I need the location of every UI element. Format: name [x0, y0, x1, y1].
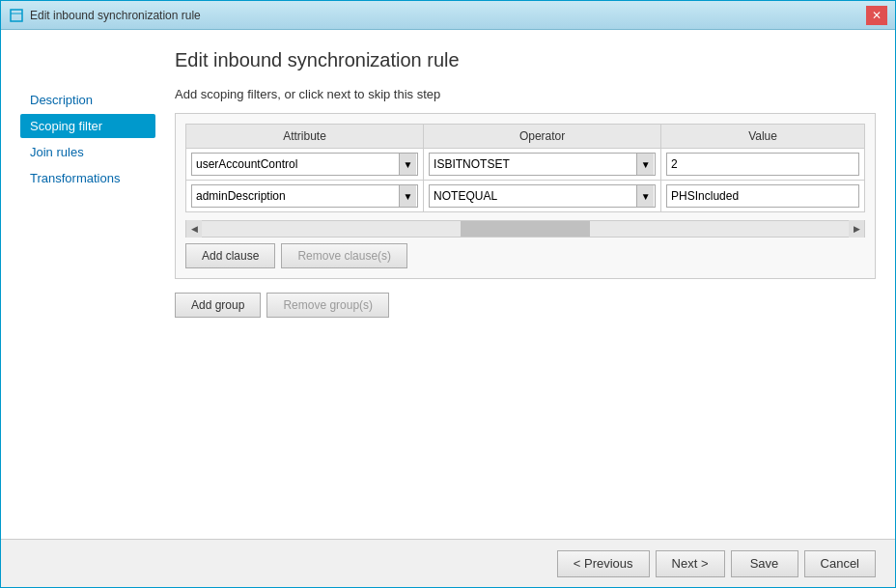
title-bar: Edit inbound synchronization rule ✕ [1, 1, 895, 30]
add-group-row: Add group Remove group(s) [175, 293, 876, 318]
col-header-operator: Operator [424, 125, 661, 149]
previous-button[interactable]: < Previous [557, 550, 650, 577]
scroll-track [202, 221, 849, 237]
scroll-right-button[interactable]: ▶ [849, 220, 864, 238]
row2-value-input[interactable] [666, 184, 859, 208]
row1-operator-cell: ISBITNOTSET ▼ [424, 149, 661, 181]
table-row: userAccountControl ▼ ISBITNOTSET [186, 149, 865, 181]
section-title: Add scoping filters, or click next to sk… [175, 87, 876, 101]
svg-rect-0 [11, 10, 22, 21]
filter-group: Attribute Operator Value userAccountCont [175, 113, 876, 279]
row1-attribute-cell: userAccountControl ▼ [186, 149, 424, 181]
sidebar: Description Scoping filter Join rules Tr… [20, 88, 155, 519]
add-group-button[interactable]: Add group [175, 293, 261, 318]
window-icon [9, 8, 24, 23]
clause-buttons: Add clause Remove clause(s) [185, 243, 865, 268]
add-clause-button[interactable]: Add clause [185, 243, 275, 268]
row1-attribute-select[interactable]: userAccountControl [191, 153, 418, 176]
title-bar-left: Edit inbound synchronization rule [9, 8, 201, 23]
main-window: Edit inbound synchronization rule ✕ Desc… [0, 0, 896, 588]
row2-attribute-select[interactable]: adminDescription [191, 184, 418, 208]
row2-operator-select[interactable]: NOTEQUAL [429, 184, 656, 208]
scroll-left-button[interactable]: ◀ [186, 220, 202, 238]
next-button[interactable]: Next > [656, 550, 725, 577]
sidebar-item-scoping-filter[interactable]: Scoping filter [20, 114, 155, 138]
sidebar-item-join-rules[interactable]: Join rules [20, 140, 155, 164]
remove-groups-button[interactable]: Remove group(s) [266, 293, 389, 318]
sidebar-item-description[interactable]: Description [20, 88, 155, 112]
row2-attribute-cell: adminDescription ▼ [186, 181, 424, 212]
row1-value-cell [661, 149, 865, 181]
row1-operator-select[interactable]: ISBITNOTSET [429, 153, 656, 176]
close-button[interactable]: ✕ [866, 6, 887, 25]
table-row: adminDescription ▼ NOTEQUAL [186, 181, 865, 212]
main-content: Edit inbound synchronization rule Add sc… [175, 49, 876, 519]
col-header-attribute: Attribute [186, 125, 424, 149]
cancel-button[interactable]: Cancel [804, 550, 876, 577]
scroll-thumb [461, 221, 590, 237]
content-area: Description Scoping filter Join rules Tr… [1, 30, 895, 539]
filter-table: Attribute Operator Value userAccountCont [185, 124, 865, 212]
page-title: Edit inbound synchronization rule [175, 49, 876, 71]
title-controls: ✕ [866, 6, 887, 25]
window-title: Edit inbound synchronization rule [30, 9, 201, 22]
row1-attribute-wrapper: userAccountControl ▼ [191, 153, 418, 176]
row2-operator-wrapper: NOTEQUAL ▼ [429, 184, 656, 208]
save-button[interactable]: Save [731, 550, 798, 577]
row2-attribute-wrapper: adminDescription ▼ [191, 184, 418, 208]
col-header-value: Value [661, 125, 865, 149]
row1-operator-wrapper: ISBITNOTSET ▼ [429, 153, 656, 176]
row1-value-input[interactable] [666, 153, 859, 176]
row2-value-cell [661, 181, 865, 212]
footer: < Previous Next > Save Cancel [1, 539, 895, 587]
sidebar-item-transformations[interactable]: Transformations [20, 166, 155, 190]
remove-clauses-button[interactable]: Remove clause(s) [281, 243, 407, 268]
horizontal-scrollbar[interactable]: ◀ ▶ [185, 220, 865, 238]
row2-operator-cell: NOTEQUAL ▼ [424, 181, 661, 212]
